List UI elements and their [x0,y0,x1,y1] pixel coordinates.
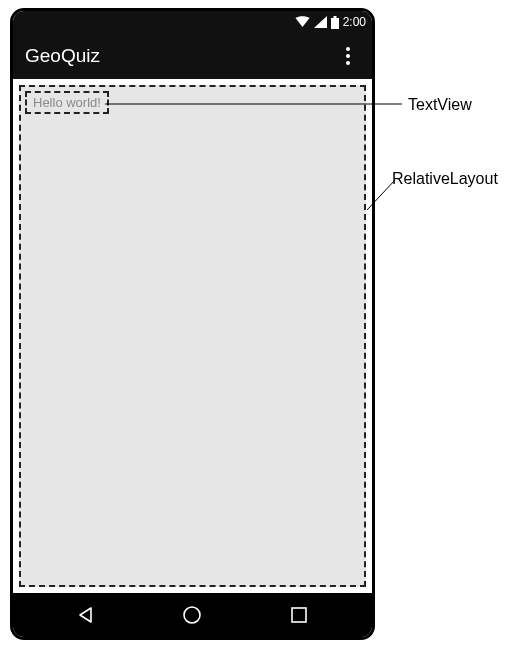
phone-frame: 2:00 GeoQuiz Hello world! [10,8,375,640]
svg-rect-0 [331,18,339,29]
text-view: Hello world! [25,91,109,114]
overflow-menu-button[interactable] [336,44,360,68]
svg-rect-1 [333,16,336,18]
annotation-relativelayout: RelativeLayout [392,170,498,188]
square-recents-icon [290,606,308,624]
triangle-back-icon [77,606,95,624]
dot-icon [346,54,350,58]
home-button[interactable] [162,593,222,637]
dot-icon [346,61,350,65]
relative-layout: Hello world! [19,85,366,587]
svg-point-2 [184,607,200,623]
action-bar: GeoQuiz [13,33,372,79]
status-bar: 2:00 [13,11,372,33]
navigation-bar [13,593,372,637]
app-title: GeoQuiz [25,45,100,67]
annotation-textview: TextView [408,96,472,114]
circle-home-icon [182,605,202,625]
signal-icon [314,16,327,28]
dot-icon [346,47,350,51]
wifi-icon [295,16,310,28]
svg-rect-3 [292,608,306,622]
battery-icon [331,16,339,29]
recents-button[interactable] [269,593,329,637]
back-button[interactable] [56,593,116,637]
status-time: 2:00 [343,15,366,29]
content-area: Hello world! [13,79,372,593]
